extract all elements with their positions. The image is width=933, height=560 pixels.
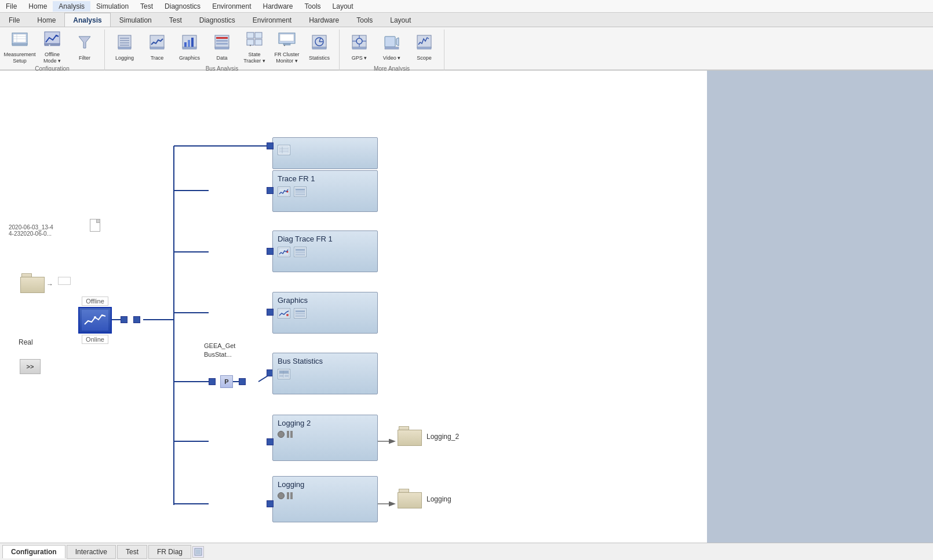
node-bus-statistics[interactable]: Bus Statistics	[272, 353, 378, 394]
diag-trace-fr1-icon2[interactable]	[294, 247, 307, 257]
menu-diagnostics[interactable]: Diagnostics	[159, 1, 206, 12]
ribbon-btn-logging[interactable]: Logging	[110, 30, 140, 65]
ribbon-tab-home[interactable]: Home	[28, 13, 64, 27]
ribbon-tab-file[interactable]: File	[0, 13, 28, 27]
ribbon-tab-tools[interactable]: Tools	[348, 13, 381, 27]
connector-graphics	[267, 309, 274, 316]
svg-rect-96	[279, 371, 289, 374]
menu-file[interactable]: File	[0, 1, 23, 12]
logging2-record[interactable]	[278, 431, 285, 438]
ribbon-tab-hardware[interactable]: Hardware	[300, 13, 348, 27]
node-logging[interactable]: Logging	[272, 476, 378, 522]
ribbon-tab-test[interactable]: Test	[161, 13, 191, 27]
svg-rect-1	[13, 34, 26, 42]
bottom-tab-interactive[interactable]: Interactive	[67, 545, 116, 559]
graphics-icon2[interactable]	[294, 308, 307, 319]
svg-rect-94	[296, 315, 305, 317]
menu-simulation[interactable]: Simulation	[90, 1, 134, 12]
svg-rect-49	[385, 36, 395, 47]
offline-mode-icon: ▼	[43, 31, 61, 50]
menu-environment[interactable]: Environment	[206, 1, 257, 12]
ribbon-tab-layout[interactable]: Layout	[381, 13, 420, 27]
expand-button[interactable]: >>	[20, 359, 41, 374]
diag-trace-fr1-icon1[interactable]	[278, 247, 290, 257]
ribbon-btn-video[interactable]: Video ▾	[377, 30, 407, 65]
node-trace-fr1[interactable]: Trace FR 1	[272, 170, 378, 212]
ribbon-btn-statistics[interactable]: Statistics	[304, 30, 334, 65]
svg-marker-9	[79, 36, 90, 48]
menu-layout[interactable]: Layout	[327, 1, 359, 12]
menu-home[interactable]: Home	[23, 1, 53, 12]
trace-fr1-icon2[interactable]	[294, 186, 307, 197]
ribbon-group-more-analysis-items: GPS ▾ Video ▾	[344, 30, 439, 65]
scope-icon	[416, 34, 432, 54]
node-top-partial-icons	[273, 138, 377, 159]
logging-icon	[116, 34, 133, 54]
ribbon-btn-trace[interactable]: Trace	[142, 30, 172, 65]
main-area: 2020-06-03_13-4 4-232020-06-0... → Real …	[0, 71, 933, 543]
timestamp-line2: 4-232020-06-0...	[9, 230, 53, 237]
trace-fr1-icon1[interactable]	[278, 186, 290, 197]
menu-tools[interactable]: Tools	[299, 1, 327, 12]
statistics-label: Statistics	[309, 55, 330, 61]
node-graphics[interactable]: Graphics	[272, 292, 378, 334]
logging-icons	[273, 491, 377, 503]
state-tracker-label: StateTracker ▾	[243, 52, 265, 64]
graphics-icon1[interactable]	[278, 308, 290, 319]
connector-right	[133, 316, 140, 323]
video-label: Video ▾	[383, 55, 400, 61]
ribbon-btn-gps[interactable]: GPS ▾	[344, 30, 374, 65]
node-logging2[interactable]: Logging 2	[272, 415, 378, 461]
ribbon-tab-environment[interactable]: Environment	[244, 13, 300, 27]
logging-record[interactable]	[278, 492, 285, 499]
svg-rect-24	[216, 37, 228, 39]
ribbon-btn-fr-cluster-monitor[interactable]: ▼ FR ClusterMonitor ▾	[272, 30, 302, 65]
logging-pause[interactable]	[287, 492, 293, 499]
node-diag-trace-fr1[interactable]: Diag Trace FR 1	[272, 230, 378, 272]
ribbon-btn-graphics[interactable]: Graphics	[174, 30, 205, 65]
bottom-tab-test[interactable]: Test	[117, 545, 147, 559]
ribbon-tabs: File Home Analysis Simulation Test Diagn…	[0, 13, 933, 27]
menu-bar: File Home Analysis Simulation Test Diagn…	[0, 0, 933, 13]
svg-rect-85	[296, 249, 305, 251]
bottom-tab-icon[interactable]	[192, 546, 204, 558]
ribbon-btn-offline-mode[interactable]: ▼ OfflineMode ▾	[37, 30, 67, 65]
ribbon-btn-data[interactable]: Data	[207, 30, 237, 65]
svg-rect-27	[215, 47, 229, 49]
mode-box[interactable]	[78, 307, 112, 334]
ribbon-tab-analysis[interactable]: Analysis	[64, 13, 110, 27]
ribbon-btn-filter[interactable]: Filter	[70, 30, 100, 65]
ribbon-tab-diagnostics[interactable]: Diagnostics	[191, 13, 244, 27]
bottom-tab-configuration[interactable]: Configuration	[2, 545, 65, 558]
menu-hardware[interactable]: Hardware	[257, 1, 299, 12]
real-label: Real	[19, 338, 33, 346]
menu-analysis[interactable]: Analysis	[53, 1, 90, 12]
svg-rect-80	[296, 193, 305, 195]
menu-test[interactable]: Test	[134, 1, 159, 12]
logging2-folder-icon	[398, 426, 422, 447]
ribbon-btn-state-tracker[interactable]: ▼ StateTracker ▾	[239, 30, 269, 65]
logging-label: Logging	[115, 55, 134, 61]
svg-rect-102	[196, 550, 201, 554]
bus-statistics-icon1[interactable]	[278, 369, 290, 379]
ribbon-btn-measurement-setup[interactable]: MeasurementSetup	[5, 30, 35, 65]
logging2-pause[interactable]	[287, 431, 293, 438]
bottom-tab-fr-diag[interactable]: FR Diag	[148, 545, 191, 559]
ribbon-tab-simulation[interactable]: Simulation	[111, 13, 161, 27]
bus-statistics-title: Bus Statistics	[273, 353, 377, 368]
timestamp-line1: 2020-06-03_13-4	[9, 224, 53, 230]
trace-fr1-title: Trace FR 1	[273, 171, 377, 185]
svg-rect-29	[255, 32, 262, 38]
logging2-folder-area: Logging_2	[398, 426, 459, 447]
graphics-title: Graphics	[273, 292, 377, 307]
graphics-label: Graphics	[179, 55, 200, 61]
svg-rect-5	[12, 43, 27, 46]
node-top-icon1[interactable]	[278, 145, 290, 155]
svg-rect-87	[296, 254, 305, 255]
mode-node[interactable]: Offline Online	[78, 297, 112, 344]
scope-label: Scope	[417, 55, 432, 61]
svg-point-69	[94, 316, 96, 319]
ribbon-group-configuration: MeasurementSetup ▼ OfflineMode ▾	[0, 30, 105, 73]
arrow-to-line: →	[46, 280, 53, 288]
ribbon-btn-scope[interactable]: Scope	[409, 30, 439, 65]
